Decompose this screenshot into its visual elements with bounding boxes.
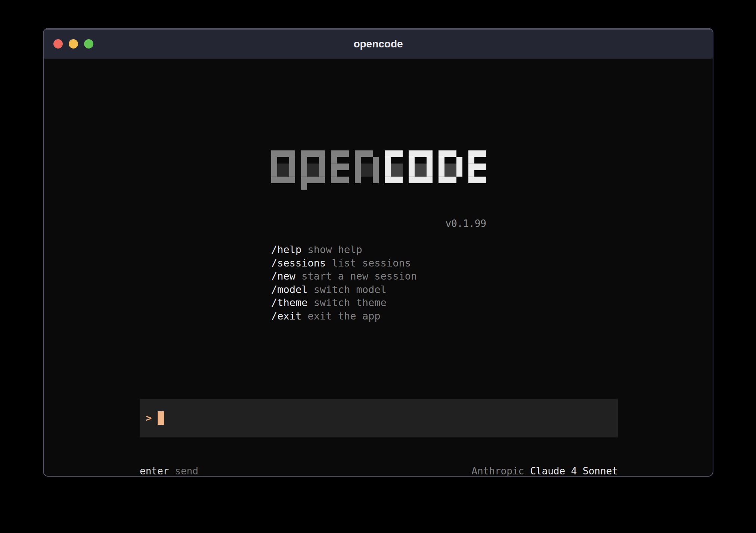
command-description: start a new session (301, 270, 417, 282)
prompt-symbol: > (146, 399, 152, 437)
command-item: /new start a new session (271, 269, 417, 283)
command-name: /model (271, 284, 308, 295)
key-hint-action: send (175, 465, 198, 477)
command-description: show help (308, 244, 362, 255)
titlebar[interactable]: opencode (44, 29, 713, 59)
key-hint-key: enter (140, 465, 169, 477)
desktop: opencode v0.1.99 /help show help/session… (0, 0, 756, 533)
command-name: /exit (271, 310, 301, 322)
command-name: /theme (271, 297, 308, 308)
command-description: exit the app (308, 310, 381, 322)
command-item: /model switch model (271, 283, 417, 296)
opencode-logo (271, 150, 486, 190)
command-description: switch model (314, 284, 387, 295)
opencode-logo-pixels (271, 150, 486, 190)
command-item: /help show help (271, 243, 417, 256)
command-description: switch theme (314, 297, 387, 308)
model-provider: Anthropic (471, 465, 524, 477)
command-list: /help show help/sessions list sessions/n… (271, 243, 417, 322)
key-hint: entersend (140, 465, 198, 477)
version-label: v0.1.99 (271, 217, 486, 230)
text-cursor-block (158, 411, 164, 425)
terminal-content: v0.1.99 /help show help/sessions list se… (44, 59, 713, 476)
command-item: /exit exit the app (271, 309, 417, 323)
status-bar: entersend AnthropicClaude 4 Sonnet (140, 465, 618, 477)
window-title: opencode (44, 29, 713, 59)
command-name: /sessions (271, 257, 326, 269)
command-name: /new (271, 270, 295, 282)
command-name: /help (271, 244, 301, 255)
app-window: opencode v0.1.99 /help show help/session… (43, 28, 713, 477)
command-item: /sessions list sessions (271, 256, 417, 270)
command-description: list sessions (332, 257, 411, 269)
prompt-input[interactable]: > (140, 399, 618, 437)
command-item: /theme switch theme (271, 296, 417, 309)
model-indicator: AnthropicClaude 4 Sonnet (471, 465, 618, 477)
model-name: Claude 4 Sonnet (530, 465, 618, 477)
